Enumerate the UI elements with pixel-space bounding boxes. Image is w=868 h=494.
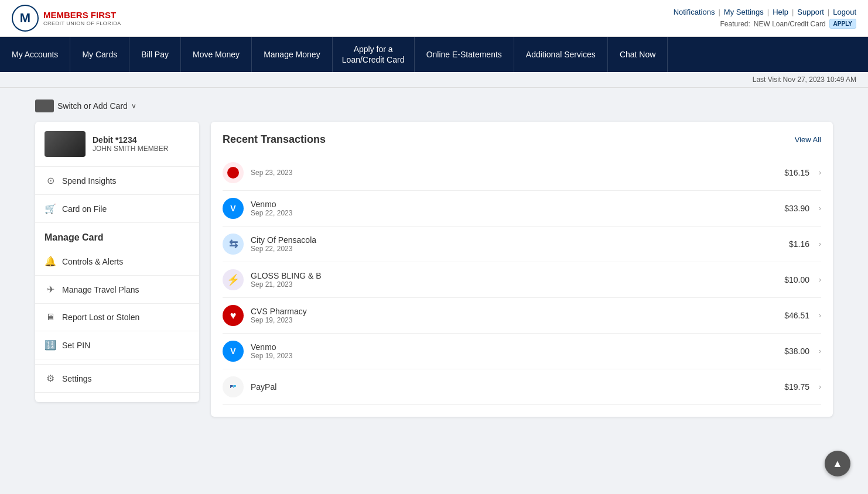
nav-move-money[interactable]: Move Money — [181, 37, 252, 72]
settings-item[interactable]: ⚙ Settings — [35, 364, 199, 393]
tx-info-5: Venmo Sep 19, 2023 — [251, 342, 777, 360]
tx-logo-2: ⇆ — [223, 234, 244, 255]
logo-icon: M — [12, 5, 39, 32]
card-holder: JOHN SMITH MEMBER — [93, 145, 168, 153]
table-row[interactable]: ⇆ City Of Pensacola Sep 22, 2023 $1.16 › — [223, 227, 821, 262]
spend-insights-label: Spend Insights — [62, 176, 117, 186]
top-right: Notifications | My Settings | Help | Sup… — [674, 8, 856, 29]
tx-info-3: GLOSS BLING & B Sep 21, 2023 — [251, 271, 777, 289]
nav-manage-money[interactable]: Manage Money — [252, 37, 333, 72]
report-lost-label: Report Lost or Stolen — [62, 313, 139, 322]
switch-card-label: Switch or Add Card — [57, 101, 128, 111]
set-pin-label: Set PIN — [62, 341, 90, 350]
tx-date-5: Sep 19, 2023 — [251, 352, 777, 360]
tx-date-0: Sep 23, 2023 — [251, 169, 777, 177]
left-panel: Debit *1234 JOHN SMITH MEMBER ⊙ Spend In… — [35, 122, 199, 402]
table-row[interactable]: Sep 23, 2023 $16.15 › — [223, 155, 821, 191]
logout-link[interactable]: Logout — [833, 8, 856, 16]
table-row[interactable]: ⚡ GLOSS BLING & B Sep 21, 2023 $10.00 › — [223, 262, 821, 298]
apply-button[interactable]: APPLY — [829, 19, 856, 29]
tx-name-6: PayPal — [251, 382, 777, 392]
card-on-file-label: Card on File — [62, 204, 107, 214]
notifications-link[interactable]: Notifications — [674, 8, 715, 16]
tx-logo-3: ⚡ — [223, 269, 244, 290]
tx-chevron-4: › — [819, 311, 821, 320]
logo-text: MEMBERS FIRST CREDIT UNION OF FLORIDA — [43, 10, 121, 27]
tx-info-2: City Of Pensacola Sep 22, 2023 — [251, 235, 782, 253]
nav-bill-pay[interactable]: Bill Pay — [129, 37, 181, 72]
nav-additional-services[interactable]: Additional Services — [514, 37, 608, 72]
spend-insights-item[interactable]: ⊙ Spend Insights — [35, 167, 199, 195]
spend-insights-icon: ⊙ — [45, 175, 56, 186]
featured-product: NEW Loan/Credit Card — [754, 20, 826, 28]
tx-name-2: City Of Pensacola — [251, 235, 782, 245]
nav-apply-loan[interactable]: Apply for a Loan/Credit Card — [333, 37, 415, 72]
controls-alerts-label: Controls & Alerts — [62, 257, 123, 266]
nav-my-accounts[interactable]: My Accounts — [0, 37, 70, 72]
last-visit-text: Last Visit Nov 27, 2023 10:49 AM — [753, 76, 856, 84]
tx-info-6: PayPal — [251, 382, 777, 392]
report-lost-item[interactable]: 🖥 Report Lost or Stolen — [35, 304, 199, 331]
tx-name-5: Venmo — [251, 342, 777, 352]
tx-chevron-0: › — [819, 169, 821, 177]
tx-logo-1: V — [223, 198, 244, 219]
logo-subtitle: CREDIT UNION OF FLORIDA — [43, 20, 121, 27]
table-row[interactable]: V Venmo Sep 19, 2023 $38.00 › — [223, 334, 821, 369]
tx-amount-2: $1.16 — [789, 239, 809, 249]
tx-amount-5: $38.00 — [784, 347, 809, 356]
utility-links: Notifications | My Settings | Help | Sup… — [674, 8, 856, 16]
card-visual — [45, 131, 86, 157]
support-link[interactable]: Support — [797, 8, 824, 16]
tx-name-4: CVS Pharmacy — [251, 307, 777, 316]
main-content: Switch or Add Card ∨ Debit *1234 JOHN SM… — [0, 88, 868, 428]
nav-my-cards[interactable]: My Cards — [70, 37, 129, 72]
logo-name: MEMBERS FIRST — [43, 10, 121, 20]
help-link[interactable]: Help — [773, 8, 788, 16]
manage-card-header: Manage Card — [35, 223, 199, 248]
tx-name-3: GLOSS BLING & B — [251, 271, 777, 280]
tx-info-0: Sep 23, 2023 — [251, 169, 777, 177]
controls-alerts-item[interactable]: 🔔 Controls & Alerts — [35, 248, 199, 276]
tx-amount-4: $46.51 — [784, 311, 809, 320]
table-row[interactable]: PP PayPal $19.75 › — [223, 369, 821, 405]
tx-amount-1: $33.90 — [784, 204, 809, 213]
top-bar: M MEMBERS FIRST CREDIT UNION OF FLORIDA … — [0, 0, 868, 37]
tx-chevron-3: › — [819, 276, 821, 284]
tx-chevron-2: › — [819, 240, 821, 248]
nav-e-statements[interactable]: Online E-Statements — [415, 37, 514, 72]
card-info: Debit *1234 JOHN SMITH MEMBER — [93, 135, 168, 153]
featured-label: Featured: — [720, 20, 750, 28]
tx-date-3: Sep 21, 2023 — [251, 280, 777, 289]
featured-bar: Featured: NEW Loan/Credit Card APPLY — [720, 19, 856, 29]
table-row[interactable]: ♥ CVS Pharmacy Sep 19, 2023 $46.51 › — [223, 298, 821, 334]
report-lost-icon: 🖥 — [45, 312, 56, 323]
tx-amount-6: $19.75 — [784, 382, 809, 392]
view-all-link[interactable]: View All — [795, 135, 821, 144]
tx-info-4: CVS Pharmacy Sep 19, 2023 — [251, 307, 777, 324]
tx-chevron-1: › — [819, 204, 821, 212]
set-pin-item[interactable]: 🔢 Set PIN — [35, 331, 199, 359]
nav-chat-now[interactable]: Chat Now — [608, 37, 668, 72]
tx-logo-4: ♥ — [223, 305, 244, 326]
card-icon-small — [35, 100, 54, 112]
tx-info-1: Venmo Sep 22, 2023 — [251, 200, 777, 217]
tx-name-1: Venmo — [251, 200, 777, 209]
manage-travel-label: Manage Travel Plans — [62, 285, 139, 294]
tx-amount-0: $16.15 — [784, 168, 809, 177]
right-panel: Recent Transactions View All Sep 23, 202… — [211, 122, 833, 417]
transactions-title: Recent Transactions — [223, 133, 326, 146]
last-visit-bar: Last Visit Nov 27, 2023 10:49 AM — [0, 72, 868, 88]
tx-date-4: Sep 19, 2023 — [251, 316, 777, 324]
card-on-file-item[interactable]: 🛒 Card on File — [35, 195, 199, 223]
tx-logo-5: V — [223, 341, 244, 362]
my-settings-link[interactable]: My Settings — [724, 8, 764, 16]
card-header: Debit *1234 JOHN SMITH MEMBER — [35, 122, 199, 167]
tx-chevron-5: › — [819, 347, 821, 355]
table-row[interactable]: V Venmo Sep 22, 2023 $33.90 › — [223, 191, 821, 227]
tx-date-2: Sep 22, 2023 — [251, 245, 782, 253]
switch-card-bar[interactable]: Switch or Add Card ∨ — [35, 100, 833, 112]
manage-travel-item[interactable]: ✈ Manage Travel Plans — [35, 276, 199, 304]
tx-logo-6: PP — [223, 376, 244, 397]
nav-bar: My Accounts My Cards Bill Pay Move Money… — [0, 37, 868, 72]
card-name: Debit *1234 — [93, 135, 168, 145]
